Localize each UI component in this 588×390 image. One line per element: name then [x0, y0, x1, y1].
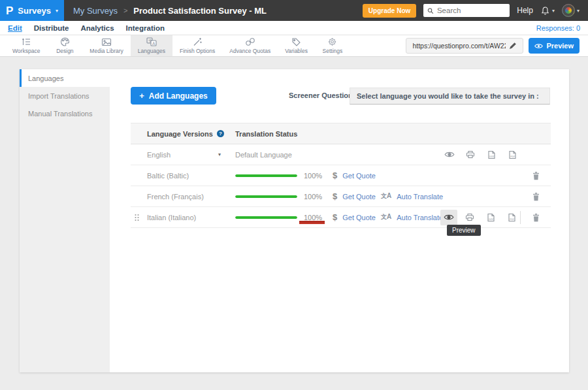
export-doc-button[interactable]: DOC — [482, 210, 499, 225]
help-question-icon[interactable]: ? — [217, 130, 224, 137]
toolbar-item-label: Languages — [138, 48, 165, 54]
sidebar-item-manual-translations[interactable]: Manual Translations — [20, 105, 110, 122]
screener-question-value: Select language you would like to take t… — [357, 92, 539, 100]
toolbar-item-label: Workspace — [12, 48, 40, 54]
chain-links-icon — [245, 37, 255, 46]
export-doc-button[interactable]: DOC — [483, 147, 500, 163]
search-box[interactable] — [423, 4, 510, 17]
survey-title: Product Satisfaction Survey - ML — [133, 6, 267, 16]
translate-icon: 文A — [381, 213, 391, 221]
add-languages-label: Add Languages — [149, 91, 208, 101]
magic-wand-icon — [193, 37, 203, 46]
preview-eye-button[interactable] — [441, 147, 458, 163]
print-button[interactable] — [462, 147, 479, 163]
toolbar-item-media-library[interactable]: Media Library — [82, 35, 131, 56]
toolbar-item-label: Settings — [323, 48, 343, 54]
screener-question-select[interactable]: Select language you would like to take t… — [350, 88, 550, 105]
plus-icon: + — [139, 91, 144, 101]
translation-progress-bar — [235, 174, 297, 177]
get-quote-link[interactable]: Get Quote — [342, 172, 376, 180]
preview-button[interactable]: Preview — [529, 38, 580, 54]
toolbar-item-settings[interactable]: Settings — [315, 35, 350, 56]
responses-count[interactable]: Responses: 0 — [536, 24, 580, 32]
breadcrumb: My Surveys > Product Satisfaction Survey… — [73, 6, 267, 16]
tab-analytics[interactable]: Analytics — [80, 24, 114, 32]
chevron-down-icon: ▾ — [577, 8, 580, 14]
search-input[interactable] — [437, 7, 506, 14]
trash-icon — [532, 171, 540, 180]
preview-eye-button[interactable] — [440, 210, 457, 225]
print-button[interactable] — [461, 210, 478, 225]
avatar — [562, 4, 575, 17]
gear-icon — [327, 37, 337, 46]
row-actions: DOC PDF — [441, 147, 521, 163]
preview-tooltip: Preview — [447, 225, 481, 236]
language-name: Italian (Italiano) — [147, 214, 196, 221]
export-pdf-button[interactable]: PDF — [503, 210, 520, 225]
default-language-dropdown[interactable]: English ▾ — [147, 151, 235, 159]
progress-percent: 100% — [304, 214, 323, 221]
survey-url: https://questionpro.com/t/AW22Zd1S1 — [412, 42, 506, 50]
languages-main: + Add Languages Screener Question : Sele… — [110, 69, 569, 372]
auto-translate-link[interactable]: Auto Translate — [397, 214, 443, 221]
trash-icon — [532, 213, 540, 222]
pencil-icon — [509, 42, 517, 50]
red-underline-annotation — [299, 221, 325, 224]
add-languages-button[interactable]: + Add Languages — [131, 87, 216, 105]
topbar-actions: Upgrade Now Help ▾ ▾ — [363, 4, 588, 18]
survey-url-field[interactable]: https://questionpro.com/t/AW22Zd1S1 — [406, 38, 523, 54]
workspace-icon — [21, 37, 31, 46]
delete-language-button[interactable] — [532, 213, 540, 222]
tab-edit[interactable]: Edit — [8, 24, 22, 32]
languages-page: Languages Import Translations Manual Tra… — [0, 57, 588, 390]
auto-translate-link[interactable]: Auto Translate — [397, 193, 443, 201]
upgrade-now-button[interactable]: Upgrade Now — [363, 4, 416, 18]
tab-distribute[interactable]: Distribute — [34, 24, 69, 32]
svg-text:PDF: PDF — [510, 155, 515, 157]
toolbar-item-advance-quotas[interactable]: Advance Quotas — [222, 35, 278, 56]
toolbar-item-design[interactable]: Design — [47, 35, 82, 56]
translate-icon: 文A — [381, 192, 391, 201]
get-quote-link[interactable]: Get Quote — [342, 214, 376, 221]
notifications-menu[interactable]: ▾ — [540, 6, 555, 16]
get-quote-link[interactable]: Get Quote — [342, 193, 376, 201]
toolbar-item-workspace[interactable]: Workspace — [5, 35, 47, 56]
col-translation-status: Translation Status — [235, 130, 297, 138]
account-menu[interactable]: ▾ — [562, 4, 580, 17]
product-menu-label: Surveys — [18, 6, 51, 16]
screener-question-label: Screener Question : — [289, 91, 357, 99]
trash-icon — [532, 192, 540, 201]
svg-text:PDF: PDF — [510, 218, 514, 220]
dollar-icon: $ — [333, 212, 337, 222]
col-language-versions: Language Versions — [147, 130, 213, 138]
product-menu[interactable]: P Surveys ▾ — [0, 0, 64, 21]
table-row-baltic: Baltic (Baltic) 100% $ Get Quote — [131, 165, 551, 186]
edit-url-button[interactable] — [506, 39, 520, 52]
bell-icon — [540, 6, 550, 16]
export-pdf-button[interactable]: PDF — [504, 147, 521, 163]
toolbar-item-languages[interactable]: 文 A Languages — [131, 35, 172, 56]
language-name: English — [147, 151, 171, 159]
breadcrumb-my-surveys[interactable]: My Surveys — [73, 6, 118, 16]
sidebar-item-languages[interactable]: Languages — [20, 69, 110, 87]
toolbar-item-label: Finish Options — [180, 48, 215, 54]
tab-integration[interactable]: Integration — [126, 24, 165, 32]
delete-language-button[interactable] — [532, 192, 540, 201]
language-name: Baltic (Baltic) — [147, 172, 189, 180]
toolbar-item-label: Advance Quotas — [229, 48, 270, 54]
search-icon — [427, 7, 434, 14]
survey-nav-tabs: Edit Distribute Analytics Integration Re… — [0, 21, 588, 35]
breadcrumb-separator-icon: > — [123, 7, 127, 14]
toolbar-item-label: Design — [56, 48, 73, 54]
eye-icon — [534, 43, 543, 49]
delete-language-button[interactable] — [532, 171, 540, 180]
sidebar-item-import-translations[interactable]: Import Translations — [20, 87, 110, 105]
progress-percent: 100% — [304, 172, 323, 180]
progress-percent: 100% — [304, 193, 323, 201]
translation-progress-bar — [235, 216, 297, 219]
help-link[interactable]: Help — [517, 6, 533, 15]
toolbar-item-finish-options[interactable]: Finish Options — [172, 35, 222, 56]
toolbar-item-variables[interactable]: Variables — [278, 35, 315, 56]
toolbar-item-label: Variables — [285, 48, 308, 54]
drag-handle[interactable] — [134, 214, 140, 223]
